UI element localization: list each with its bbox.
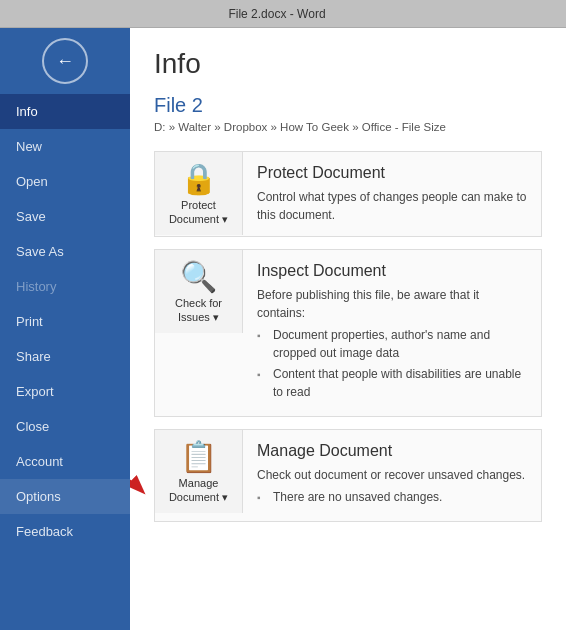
card-content-inspect: Inspect DocumentBefore publishing this f… [243, 250, 541, 416]
card-title-protect: Protect Document [257, 164, 527, 182]
card-btn-inspect[interactable]: 🔍Check for Issues ▾ [155, 250, 243, 333]
sidebar-item-account[interactable]: Account [0, 444, 130, 479]
doc-path: D: » Walter » Dropbox » How To Geek » Of… [154, 121, 542, 133]
sidebar-item-save[interactable]: Save [0, 199, 130, 234]
sidebar-item-close[interactable]: Close [0, 409, 130, 444]
card-btn-manage[interactable]: 📋Manage Document ▾ [155, 430, 243, 513]
sidebar: ← InfoNewOpenSaveSave AsHistoryPrintShar… [0, 28, 130, 630]
protect-icon: 🔒 [180, 164, 217, 194]
doc-title: File 2 [154, 94, 542, 117]
sidebar-item-options[interactable]: Options [0, 479, 130, 514]
card-protect: 🔒Protect Document ▾Protect DocumentContr… [154, 151, 542, 237]
sidebar-item-print[interactable]: Print [0, 304, 130, 339]
card-desc-inspect: Before publishing this file, be aware th… [257, 286, 527, 401]
card-manage: 📋Manage Document ▾Manage DocumentCheck o… [154, 429, 542, 522]
back-icon: ← [56, 51, 74, 72]
card-bullet: Content that people with disabilities ar… [257, 365, 527, 401]
cards-container: 🔒Protect Document ▾Protect DocumentContr… [154, 151, 542, 522]
card-content-manage: Manage DocumentCheck out document or rec… [243, 430, 541, 521]
app-body: ← InfoNewOpenSaveSave AsHistoryPrintShar… [0, 28, 566, 630]
arrow-annotation [130, 461, 157, 511]
card-inspect: 🔍Check for Issues ▾Inspect DocumentBefor… [154, 249, 542, 417]
inspect-icon: 🔍 [180, 262, 217, 292]
card-title-inspect: Inspect Document [257, 262, 527, 280]
manage-btn-label: Manage Document ▾ [169, 476, 228, 505]
title-bar: File 2.docx - Word [0, 0, 566, 28]
back-button[interactable]: ← [42, 38, 88, 84]
manage-icon: 📋 [180, 442, 217, 472]
title-bar-text: File 2.docx - Word [228, 7, 325, 21]
card-bullet: Document properties, author's name and c… [257, 326, 527, 362]
card-content-protect: Protect DocumentControl what types of ch… [243, 152, 541, 236]
inspect-btn-label: Check for Issues ▾ [175, 296, 222, 325]
sidebar-item-feedback[interactable]: Feedback [0, 514, 130, 549]
protect-btn-label: Protect Document ▾ [169, 198, 228, 227]
card-btn-protect[interactable]: 🔒Protect Document ▾ [155, 152, 243, 235]
page-title: Info [154, 48, 542, 80]
card-desc-manage: Check out document or recover unsaved ch… [257, 466, 527, 506]
sidebar-item-save-as[interactable]: Save As [0, 234, 130, 269]
card-desc-protect: Control what types of changes people can… [257, 188, 527, 224]
sidebar-item-history: History [0, 269, 130, 304]
nav-items-container: InfoNewOpenSaveSave AsHistoryPrintShareE… [0, 94, 130, 549]
card-title-manage: Manage Document [257, 442, 527, 460]
main-content: Info File 2 D: » Walter » Dropbox » How … [130, 28, 566, 630]
sidebar-item-new[interactable]: New [0, 129, 130, 164]
sidebar-item-info[interactable]: Info [0, 94, 130, 129]
sidebar-item-share[interactable]: Share [0, 339, 130, 374]
card-bullet: There are no unsaved changes. [257, 488, 527, 506]
sidebar-item-open[interactable]: Open [0, 164, 130, 199]
sidebar-item-export[interactable]: Export [0, 374, 130, 409]
